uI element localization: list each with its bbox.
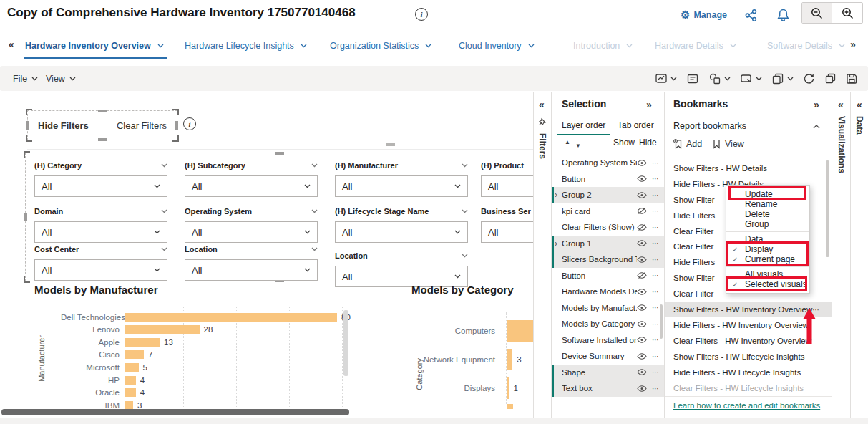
menu-item-delete[interactable]: Delete: [726, 209, 809, 219]
eye-icon[interactable]: [637, 369, 647, 375]
eye-icon[interactable]: [637, 175, 647, 182]
bar-microsoft[interactable]: [125, 363, 139, 372]
eye-icon[interactable]: [637, 289, 647, 295]
more-options-icon[interactable]: ⋯: [652, 385, 659, 392]
layer-item-software-installed-on[interactable]: Software Installed on ...⋯: [552, 332, 664, 349]
buttons-button[interactable]: [740, 72, 762, 85]
bookmark-clear-filters-hw-inventory-overview[interactable]: Clear Filters - HW Inventory Overview: [665, 333, 832, 349]
eye-off-icon[interactable]: [637, 224, 647, 231]
resize-handle[interactable]: [275, 152, 284, 155]
selection-corner-handle[interactable]: [24, 151, 30, 158]
menu-item-rename[interactable]: Rename: [726, 199, 809, 209]
slicer-header[interactable]: (H) Lifecycle Stage Name: [335, 205, 468, 218]
slicer-dropdown[interactable]: All: [335, 175, 468, 197]
duplicate-button[interactable]: [824, 72, 837, 85]
expand-chevron-icon[interactable]: ›: [555, 190, 557, 200]
eye-icon[interactable]: [637, 240, 647, 246]
more-options-icon[interactable]: ⋯: [652, 207, 659, 215]
more-options-icon[interactable]: ⋯: [652, 256, 659, 264]
selection-corner-handle[interactable]: [172, 135, 179, 142]
bookmarks-help-link[interactable]: Learn how to create and edit bookmarks: [673, 401, 820, 410]
chart-vertical-scrollbar[interactable]: [343, 310, 348, 376]
eye-off-icon[interactable]: [637, 272, 647, 279]
move-up-icon[interactable]: ▲: [565, 139, 570, 145]
hide-all-button[interactable]: Hide: [639, 138, 657, 148]
bookmark-show-filters-hw-lifecycle-insights[interactable]: Show Filters - HW Lifecycle Insights: [665, 349, 832, 365]
resize-handle[interactable]: [26, 121, 29, 130]
slicer-dropdown[interactable]: All: [335, 221, 468, 243]
refresh-button[interactable]: [803, 72, 815, 85]
eye-off-icon[interactable]: [637, 208, 647, 214]
bar-ibm[interactable]: [125, 401, 133, 410]
zoom-in-button[interactable]: [832, 3, 862, 23]
notifications-button[interactable]: [776, 8, 790, 22]
layer-item-device-summary[interactable]: Device Summary⋯: [552, 348, 664, 365]
view-menu[interactable]: View: [46, 66, 76, 91]
tab-layer-order[interactable]: Layer order: [562, 120, 605, 130]
slicer-dropdown[interactable]: All: [481, 221, 533, 243]
resize-handle[interactable]: [98, 138, 107, 141]
manage-button[interactable]: ⚙ Manage: [681, 9, 727, 20]
bar-oracle[interactable]: [125, 388, 136, 397]
more-options-icon[interactable]: ⋯: [652, 336, 659, 344]
more-options-icon[interactable]: ⋯: [652, 271, 659, 279]
slicer-dropdown[interactable]: All: [185, 259, 318, 281]
bookmark-show-filters-hw-details[interactable]: Show Filters - HW Details: [665, 160, 832, 176]
move-down-icon[interactable]: ▼: [575, 143, 581, 149]
resize-handle[interactable]: [24, 213, 27, 221]
filters-pane-collapsed[interactable]: « Filters: [533, 92, 551, 424]
collapse-pane-icon[interactable]: »: [646, 99, 652, 110]
selection-corner-handle[interactable]: [24, 276, 30, 283]
page-button[interactable]: [771, 72, 794, 85]
slicer-header[interactable]: Business Ser: [481, 205, 533, 218]
expand-pane-icon[interactable]: «: [838, 99, 844, 110]
bar-apple[interactable]: [125, 338, 160, 347]
visual-button[interactable]: [655, 72, 677, 85]
collapse-pane-icon[interactable]: »: [814, 99, 819, 110]
canvas-info-icon[interactable]: i: [183, 117, 196, 130]
textbox-button[interactable]: [686, 72, 699, 85]
menu-item-current-page[interactable]: ✓Current page: [726, 254, 809, 264]
bar-network-equipment[interactable]: [507, 349, 512, 370]
layer-item-button[interactable]: Button⋯: [552, 268, 664, 284]
more-options-icon[interactable]: ⋯: [652, 304, 659, 312]
eye-icon[interactable]: [637, 192, 647, 198]
expand-pane-icon[interactable]: «: [857, 99, 862, 110]
layer-item-models-by-category[interactable]: Models by Category⋯: [552, 316, 664, 332]
more-options-icon[interactable]: ⋯: [812, 306, 819, 314]
more-options-icon[interactable]: ⋯: [652, 368, 659, 376]
menu-item-data[interactable]: Data: [726, 234, 809, 244]
resize-handle[interactable]: [98, 110, 107, 112]
more-options-icon[interactable]: ⋯: [652, 223, 659, 231]
slicer-dropdown[interactable]: All: [185, 221, 318, 243]
more-options-icon[interactable]: ⋯: [652, 320, 659, 328]
layer-item-operating-system-su[interactable]: Operating System Su...⋯: [552, 155, 664, 171]
slicer-dropdown[interactable]: All: [185, 175, 318, 197]
tab-hardware-inventory-overview[interactable]: Hardware Inventory Overview: [25, 33, 164, 59]
tab-cloud-inventory[interactable]: Cloud Inventory: [459, 33, 535, 59]
bar-dell-technologies[interactable]: [125, 313, 337, 322]
bookmark-show-filters-hw-inventory-overview[interactable]: Show Filters - HW Inventory Overview⋯: [665, 302, 832, 317]
slicer-header[interactable]: (H) Manufacturer: [335, 159, 468, 172]
slicer-header[interactable]: (H) Subcategory: [185, 159, 318, 172]
resize-handle[interactable]: [175, 121, 178, 130]
tab-hardware-lifecycle-insights[interactable]: Hardware Lifecycle Insights: [185, 33, 307, 59]
layer-item-models-by-manufact[interactable]: Models by Manufact...⋯: [552, 300, 664, 317]
selection-corner-handle[interactable]: [26, 135, 32, 142]
tab-software-details[interactable]: Software Details: [767, 33, 845, 59]
visualizations-pane-collapsed[interactable]: « Visualizations: [832, 92, 850, 424]
eye-icon[interactable]: [637, 337, 647, 343]
layer-item-kpi-card[interactable]: kpi card⋯: [552, 203, 664, 220]
slicer-header[interactable]: Location: [335, 249, 468, 262]
hide-filters-button[interactable]: Hide Filters: [38, 120, 89, 131]
expand-chevron-icon[interactable]: ›: [555, 238, 557, 249]
layer-item-shape[interactable]: Shape⋯: [552, 365, 664, 381]
file-menu[interactable]: File: [13, 66, 38, 91]
eye-icon[interactable]: [637, 353, 647, 360]
tab-tab-order[interactable]: Tab order: [618, 120, 654, 130]
slicer-dropdown[interactable]: All: [34, 175, 167, 197]
more-options-icon[interactable]: ⋯: [652, 288, 659, 296]
eye-icon[interactable]: [637, 160, 647, 166]
menu-item-group[interactable]: Group: [726, 219, 809, 229]
slicer-dropdown[interactable]: All: [481, 175, 533, 197]
